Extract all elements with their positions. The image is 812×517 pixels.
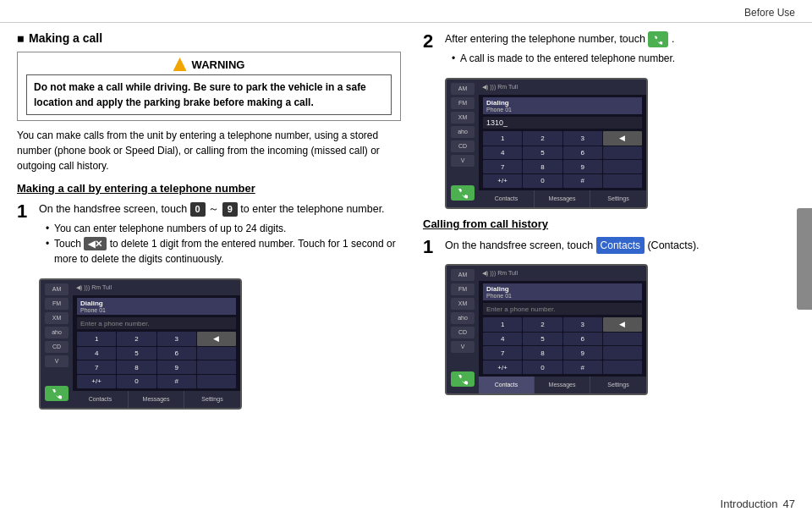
phone-keypad-3: 1 2 3 ◀ 4 5 6 7 8 9 +/+ bbox=[483, 317, 642, 374]
key-0: 0 bbox=[117, 375, 156, 388]
xm-btn: XM bbox=[45, 312, 69, 324]
phone-left-bar-2: AM FM XM aho CD V bbox=[447, 80, 479, 207]
aho-btn: aho bbox=[45, 327, 69, 338]
step-1-main: On the handsfree screen, touch 0 ～ 9 to … bbox=[39, 201, 401, 217]
phone-screen-2: AM FM XM aho CD V ◀) ))) Rm Tull bbox=[445, 78, 648, 209]
phone-main-3: ◀) ))) Rm Tull Dialing Phone 01 Enter a … bbox=[479, 266, 646, 393]
am-btn-2: AM bbox=[451, 83, 475, 95]
step-number-1r: 1 bbox=[423, 237, 445, 257]
fm-btn: FM bbox=[45, 298, 69, 310]
bullet-call-made: A call is made to the entered telephone … bbox=[452, 51, 798, 66]
warning-header: WARNING bbox=[26, 58, 392, 71]
xm-btn-2: XM bbox=[451, 112, 475, 124]
key-blank3 bbox=[197, 375, 236, 388]
contacts-btn-1: Contacts bbox=[73, 391, 129, 408]
phone-bottom-bar-2: Contacts Messages Settings bbox=[479, 190, 646, 207]
bullet-2: Touch ◀✕ to delete 1 digit from the ente… bbox=[46, 236, 401, 267]
step-number-2: 2 bbox=[423, 31, 445, 52]
phone-keypad-2: 1 2 3 ◀ 4 5 6 7 8 9 +/+ bbox=[483, 131, 642, 188]
contacts-btn-3: Contacts bbox=[479, 377, 535, 393]
phone-display-2: Dialing Phone 01 1310_ 1 2 3 ◀ 4 5 bbox=[479, 95, 646, 190]
footer-page: 47 bbox=[783, 498, 795, 510]
phone-left-bar-3: AM FM XM aho CD V bbox=[447, 266, 479, 393]
messages-btn-3: Messages bbox=[535, 377, 590, 393]
warning-icon bbox=[173, 58, 187, 71]
phone-bottom-bar-3: Contacts Messages Settings bbox=[479, 377, 646, 393]
calling-section-title: Calling from call history bbox=[423, 217, 798, 230]
settings-btn-2: Settings bbox=[590, 190, 646, 207]
step-number-1: 1 bbox=[17, 201, 39, 222]
phone-display-3: Dialing Phone 01 Enter a phone number. 1… bbox=[479, 281, 646, 377]
step-2-content: After entering the telephone number, tou… bbox=[445, 31, 798, 71]
warning-box: WARNING Do not make a call while driving… bbox=[17, 52, 401, 121]
key-0: 0 bbox=[190, 202, 206, 217]
step-2: 2 After entering the telephone number, t… bbox=[423, 31, 798, 71]
main-content: Making a call WARNING Do not make a call… bbox=[0, 23, 812, 489]
key-1: 1 bbox=[77, 332, 116, 346]
phone-input-3: Enter a phone number. bbox=[483, 303, 642, 315]
right-column: 2 After entering the telephone number, t… bbox=[414, 31, 812, 489]
phone-screen-1: AM FM XM aho CD V ◀) ))) Rm Tull bbox=[39, 278, 242, 410]
cd-btn-2: CD bbox=[451, 140, 475, 152]
key-9: 9 bbox=[222, 202, 238, 217]
page-header: Before Use bbox=[0, 0, 812, 23]
phone-dialing-header-3: Dialing Phone 01 bbox=[483, 283, 642, 300]
phone-main-2: ◀) ))) Rm Tull Dialing Phone 01 1310_ 1 … bbox=[479, 80, 646, 207]
page-footer: Introduction 47 bbox=[721, 498, 795, 510]
step-1-right: 1 On the handsfree screen, touch Contact… bbox=[423, 237, 798, 257]
warning-text: Do not make a call while driving. Be sur… bbox=[26, 74, 392, 115]
left-column: Making a call WARNING Do not make a call… bbox=[0, 31, 414, 489]
header-title: Before Use bbox=[744, 7, 795, 19]
step-1r-main: On the handsfree screen, touch Contacts … bbox=[445, 237, 798, 254]
phone-keypad-1: 1 2 3 ◀ 4 5 6 7 8 9 +/+ bbox=[77, 332, 236, 388]
phone-top-bar-1: ◀) ))) Rm Tull bbox=[73, 280, 240, 295]
step-1-left: 1 On the handsfree screen, touch 0 ～ 9 t… bbox=[17, 201, 401, 272]
phone-input-2: 1310_ bbox=[483, 117, 642, 129]
am-btn: AM bbox=[45, 283, 69, 295]
key-7: 7 bbox=[77, 360, 116, 374]
key-8: 8 bbox=[117, 360, 156, 374]
section-title: Making a call bbox=[17, 31, 401, 45]
phone-screen-3: AM FM XM aho CD V ◀) ))) Rm Tull bbox=[445, 264, 648, 395]
step-1-bullets: You can enter telephone numbers of up to… bbox=[39, 221, 401, 267]
messages-btn-2: Messages bbox=[535, 190, 590, 207]
key-6: 6 bbox=[157, 347, 196, 360]
phone-input-1: Enter a phone number. bbox=[77, 317, 236, 329]
contacts-highlight: Contacts bbox=[596, 237, 645, 254]
subsection-making-call: Making a call by entering a telephone nu… bbox=[17, 182, 401, 195]
key-3: 3 bbox=[157, 332, 196, 346]
key-blank1 bbox=[197, 347, 236, 360]
key-5: 5 bbox=[117, 347, 156, 360]
phone-left-bar-1: AM FM XM aho CD V bbox=[41, 280, 73, 408]
v-btn: V bbox=[45, 355, 69, 367]
key-2: 2 bbox=[117, 332, 156, 346]
body-text: You can make calls from the unit by ente… bbox=[17, 128, 401, 173]
messages-btn-1: Messages bbox=[129, 391, 184, 408]
key-plus: +/+ bbox=[77, 375, 116, 388]
v-btn-2: V bbox=[451, 155, 475, 167]
step-1r-content: On the handsfree screen, touch Contacts … bbox=[445, 237, 798, 257]
step-2-main: After entering the telephone number, tou… bbox=[445, 31, 798, 47]
step-2-bullets: A call is made to the entered telephone … bbox=[445, 51, 798, 66]
key-4: 4 bbox=[77, 347, 116, 360]
call-icon-inline bbox=[648, 31, 668, 47]
side-tab bbox=[797, 208, 812, 310]
bullet-1: You can enter telephone numbers of up to… bbox=[46, 221, 401, 236]
settings-btn-3: Settings bbox=[590, 377, 646, 393]
contacts-btn-2: Contacts bbox=[479, 190, 535, 207]
key-9: 9 bbox=[157, 360, 196, 374]
phone-call-btn-2 bbox=[451, 185, 475, 201]
footer-section: Introduction bbox=[721, 498, 778, 510]
key-hash: # bbox=[157, 375, 196, 388]
aho-btn-2: aho bbox=[451, 126, 475, 138]
phone-dialing-header-2: Dialing Phone 01 bbox=[483, 97, 642, 114]
cd-btn: CD bbox=[45, 341, 69, 353]
phone-top-bar-3: ◀) ))) Rm Tull bbox=[479, 266, 646, 281]
phone-main-1: ◀) ))) Rm Tull Dialing Phone 01 Enter a … bbox=[73, 280, 240, 408]
step-1-content: On the handsfree screen, touch 0 ～ 9 to … bbox=[39, 201, 401, 272]
phone-bottom-bar-1: Contacts Messages Settings bbox=[73, 391, 240, 408]
fm-btn-2: FM bbox=[451, 97, 475, 109]
phone-dialing-header-1: Dialing Phone 01 bbox=[77, 298, 236, 315]
phone-call-btn bbox=[45, 386, 69, 401]
phone-display-1: Dialing Phone 01 Enter a phone number. 1… bbox=[73, 295, 240, 391]
